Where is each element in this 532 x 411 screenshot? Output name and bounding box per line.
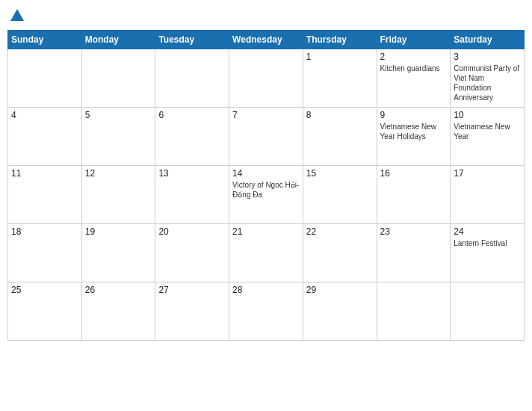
day-number: 20 (158, 226, 226, 237)
calendar-header (7, 7, 525, 24)
calendar-day-cell: 9Vietnamese New Year Holidays (377, 108, 451, 166)
calendar-day-cell: 28 (229, 282, 303, 341)
day-number: 26 (85, 285, 152, 295)
calendar-day-cell (8, 49, 82, 108)
calendar-tbody: 12Kitchen guardians3Communist Party of V… (8, 49, 525, 341)
calendar-day-cell: 24Lantern Festival (451, 224, 525, 282)
day-number: 14 (232, 168, 300, 179)
day-number: 18 (11, 226, 78, 237)
day-number: 23 (380, 226, 448, 237)
calendar-day-cell: 4 (8, 108, 82, 166)
calendar-day-cell (155, 49, 229, 108)
day-number: 1 (306, 52, 374, 62)
event-text: Victory of Ngoc Hồi-Đống Đa (232, 181, 299, 199)
calendar-day-cell: 6 (155, 108, 229, 166)
svg-marker-0 (10, 9, 24, 21)
weekday-header-thursday: Thursday (303, 31, 377, 49)
day-number: 17 (454, 168, 521, 179)
calendar-day-cell: 18 (8, 224, 82, 282)
event-text: Communist Party of Viet Nam Foundation A… (454, 64, 519, 102)
day-number: 3 (454, 52, 521, 62)
calendar-day-cell: 20 (155, 224, 229, 282)
day-number: 13 (158, 168, 226, 179)
day-number: 7 (232, 110, 300, 120)
calendar-day-cell: 2Kitchen guardians (377, 49, 451, 108)
day-number: 5 (85, 110, 152, 120)
day-number: 21 (232, 226, 300, 237)
day-number: 27 (158, 285, 226, 295)
logo (7, 7, 25, 24)
day-number: 22 (306, 226, 374, 237)
day-number: 19 (85, 226, 152, 237)
calendar-day-cell (229, 49, 303, 108)
weekday-header-monday: Monday (81, 31, 155, 49)
calendar-day-cell (451, 282, 525, 341)
calendar-week-row: 12Kitchen guardians3Communist Party of V… (8, 49, 525, 108)
calendar-day-cell: 19 (81, 224, 155, 282)
day-number: 16 (380, 168, 448, 179)
day-number: 11 (11, 168, 78, 179)
calendar-week-row: 11121314Victory of Ngoc Hồi-Đống Đa15161… (8, 166, 525, 224)
day-number: 28 (232, 285, 300, 295)
weekday-header-friday: Friday (377, 31, 451, 49)
calendar-day-cell: 3Communist Party of Viet Nam Foundation … (451, 49, 525, 108)
calendar-day-cell: 8 (303, 108, 377, 166)
day-number: 6 (158, 110, 226, 120)
day-number: 4 (11, 110, 78, 120)
day-number: 12 (85, 168, 152, 179)
calendar-day-cell: 11 (8, 166, 82, 224)
calendar-thead: SundayMondayTuesdayWednesdayThursdayFrid… (8, 31, 525, 49)
day-number: 2 (380, 52, 448, 62)
calendar-day-cell: 16 (377, 166, 451, 224)
weekday-header-tuesday: Tuesday (155, 31, 229, 49)
calendar-week-row: 456789Vietnamese New Year Holidays10Viet… (8, 108, 525, 166)
day-number: 29 (306, 285, 374, 295)
calendar-table: SundayMondayTuesdayWednesdayThursdayFrid… (7, 30, 525, 341)
calendar-day-cell: 26 (81, 282, 155, 341)
day-number: 9 (380, 110, 448, 120)
calendar-day-cell (81, 49, 155, 108)
day-number: 10 (454, 110, 521, 120)
weekday-header-sunday: Sunday (8, 31, 82, 49)
calendar-day-cell: 12 (81, 166, 155, 224)
event-text: Vietnamese New Year (454, 123, 510, 140)
weekday-header-saturday: Saturday (451, 31, 525, 49)
day-number: 24 (454, 226, 521, 237)
calendar-day-cell: 17 (451, 166, 525, 224)
day-number: 15 (306, 168, 374, 179)
calendar-day-cell: 23 (377, 224, 451, 282)
calendar-day-cell: 1 (303, 49, 377, 108)
calendar-week-row: 18192021222324Lantern Festival (8, 224, 525, 282)
calendar-day-cell: 13 (155, 166, 229, 224)
calendar-day-cell: 21 (229, 224, 303, 282)
calendar-day-cell: 5 (81, 108, 155, 166)
calendar-day-cell (377, 282, 451, 341)
calendar-day-cell: 15 (303, 166, 377, 224)
event-text: Kitchen guardians (380, 64, 440, 72)
calendar-day-cell: 29 (303, 282, 377, 341)
weekday-header-wednesday: Wednesday (229, 31, 303, 49)
calendar-day-cell: 10Vietnamese New Year (451, 108, 525, 166)
calendar-day-cell: 22 (303, 224, 377, 282)
calendar-container: SundayMondayTuesdayWednesdayThursdayFrid… (0, 0, 532, 411)
calendar-day-cell: 7 (229, 108, 303, 166)
logo-icon (9, 7, 25, 24)
calendar-day-cell: 25 (8, 282, 82, 341)
weekday-header-row: SundayMondayTuesdayWednesdayThursdayFrid… (8, 31, 525, 49)
calendar-day-cell: 27 (155, 282, 229, 341)
calendar-day-cell: 14Victory of Ngoc Hồi-Đống Đa (229, 166, 303, 224)
day-number: 25 (11, 285, 78, 295)
calendar-week-row: 2526272829 (8, 282, 525, 341)
event-text: Vietnamese New Year Holidays (380, 123, 436, 140)
day-number: 8 (306, 110, 374, 120)
event-text: Lantern Festival (454, 239, 507, 247)
